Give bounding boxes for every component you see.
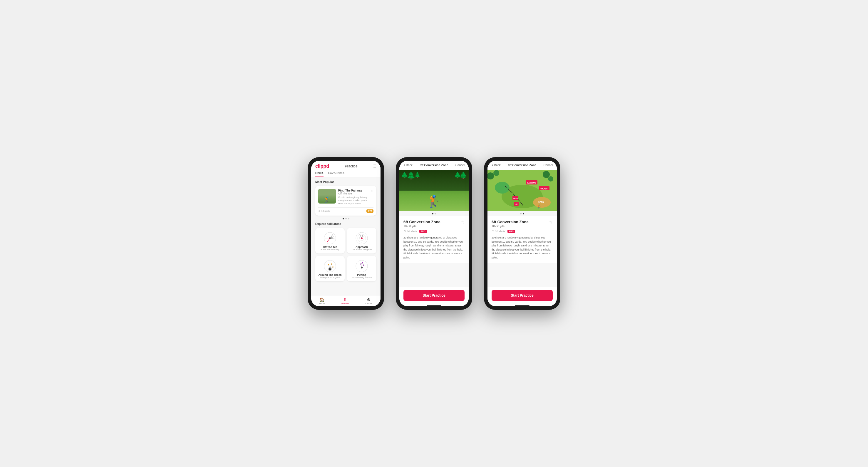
skill-name-putting: Putting [357,273,366,276]
featured-drill-card[interactable]: Find The Fairway Off The Tee ☆ Create an… [315,186,376,215]
nav-capture[interactable]: ⊕ Capture [365,297,373,305]
favorite-star-3[interactable]: ☆ [549,220,553,224]
drill-subtitle: Off The Tee [338,192,362,195]
skill-card-atg[interactable]: Around The Green Hone your short game [315,256,345,281]
phone-2-screen: < Back 6ft Conversion Zone Cancel 🏌️ 🌲 🌲… [399,161,469,306]
nav-home-label: Home [319,302,325,305]
drill-range: 10-50 yds [403,225,440,228]
skill-card-ott[interactable]: Off The Tee Power and accuracy [315,228,345,254]
skill-desc-putting: Make and lag practice [352,276,372,278]
svg-text:ROUGH: ROUGH [540,188,548,190]
dot-2[interactable] [345,218,347,220]
hero-map: FAIRWAY ROUGH Miss Hit SAND 🏌️ [488,170,557,211]
image-dots [399,211,469,216]
approach-icon [354,231,369,245]
favorite-star[interactable]: ☆ [461,220,465,224]
phone-1-header: clippd Practice ☰ Drills Favourites [311,161,380,177]
home-indicator-3 [515,305,529,306]
svg-text:🏌️: 🏌️ [537,204,541,208]
phone-3: < Back 6ft Conversion Zone Cancel [484,157,560,310]
svg-line-10 [360,234,362,238]
phone-3-screen: < Back 6ft Conversion Zone Cancel [488,161,557,306]
phone-1-content: Most Popular Find The Fairway Off The Te… [311,177,380,295]
skill-desc-ott: Power and accuracy [320,248,339,251]
skill-desc-approach: Dial-in to hit the green [352,248,372,251]
tab-favourites[interactable]: Favourites [328,171,345,177]
explore-label: Explore skill areas [315,222,376,226]
drill-shots: ⏱ 20 shots [403,230,417,233]
start-practice-button-3[interactable]: Start Practice [492,290,553,301]
nav-home[interactable]: 🏠 Home [319,297,325,305]
svg-line-28 [361,263,363,264]
bottom-nav: 🏠 Home ⬆ Activities ⊕ Capture [311,295,380,306]
dot-1[interactable] [343,218,344,220]
home-icon: 🏠 [319,297,324,302]
skill-grid: Off The Tee Power and accuracy [315,228,376,281]
img-dot-3-2[interactable] [523,213,524,214]
skill-name-ott: Off The Tee [323,245,337,248]
drill-shots: ⏱ 10 shots [318,210,330,212]
svg-point-36 [543,171,550,178]
phone-3-body: 6ft Conversion Zone 10-50 yds ☆ ⏱ 20 sho… [488,216,557,263]
drill-badge: ARG [419,230,427,233]
page-title: Practice [345,164,357,168]
home-indicator [427,305,441,306]
svg-point-35 [493,170,499,176]
phone-1: clippd Practice ☰ Drills Favourites Most… [308,157,384,310]
nav-capture-label: Capture [365,302,373,305]
favorite-icon[interactable]: ☆ [371,189,373,192]
menu-icon[interactable]: ☰ [373,164,376,168]
image-dots-3 [488,211,557,216]
ott-icon [322,231,337,245]
start-button-container-3: Start Practice [488,287,557,304]
phone-2-header: < Back 6ft Conversion Zone Cancel [399,161,469,170]
drill-title: Find The Fairway [338,189,362,192]
skill-name-approach: Approach [355,245,368,248]
skill-name-atg: Around The Green [318,273,341,276]
dot-3[interactable] [348,218,349,220]
tab-drills[interactable]: Drills [315,171,323,177]
drill-description: 20 shots are randomly generated at dista… [403,236,465,260]
drill-card-text: Find The Fairway Off The Tee ☆ Create an… [338,189,373,205]
drill-thumbnail [318,189,336,204]
drill-name: 6ft Conversion Zone [403,220,440,224]
skill-card-putting[interactable]: Putting Make and lag practice [347,256,376,281]
app-logo: clippd [315,164,329,169]
phone-2-title: 6ft Conversion Zone [420,164,448,167]
phone-2: < Back 6ft Conversion Zone Cancel 🏌️ 🌲 🌲… [396,157,472,310]
map-svg: FAIRWAY ROUGH Miss Hit SAND 🏌️ [488,170,557,211]
phone-2-body: 6ft Conversion Zone 10-50 yds ☆ ⏱ 20 sho… [399,216,469,263]
skill-desc-atg: Hone your short game [320,276,340,278]
atg-icon [322,259,337,273]
svg-text:Hit: Hit [515,203,518,205]
cancel-button-3[interactable]: Cancel [544,164,553,167]
svg-point-22 [356,260,368,272]
svg-point-33 [495,182,509,194]
back-button-3[interactable]: < Back [492,164,501,167]
drill-meta-3: ⏱ 20 shots ARG [492,230,553,233]
most-popular-label: Most Popular [315,180,376,184]
svg-text:FAIRWAY: FAIRWAY [527,182,536,184]
drill-description-3: 20 shots are randomly generated at dista… [492,236,553,260]
phones-container: clippd Practice ☰ Drills Favourites Most… [308,157,560,310]
activities-icon: ⬆ [343,297,347,302]
img-dot-1[interactable] [432,213,433,214]
back-button[interactable]: < Back [403,164,412,167]
drill-description: Create an imaginary fairway using trees … [338,196,373,205]
nav-activities[interactable]: ⬆ Activities [341,297,349,305]
tab-bar: Drills Favourites [315,171,376,177]
drill-shots-3: ⏱ 20 shots [492,230,505,233]
skill-card-approach[interactable]: Approach Dial-in to hit the green [347,228,376,254]
drill-range-3: 10-50 yds [492,225,529,228]
phone-3-title: 6ft Conversion Zone [508,164,536,167]
phone-3-content: FAIRWAY ROUGH Miss Hit SAND 🏌️ [488,170,557,287]
drill-meta: ⏱ 20 shots ARG [403,230,465,233]
drill-badge-3: ARG [507,230,515,233]
start-practice-button[interactable]: Start Practice [403,290,465,301]
svg-line-7 [327,238,330,242]
hero-photo: 🏌️ 🌲 🌲 🌲 🌲 🌲 [399,170,469,211]
img-dot-2[interactable] [435,213,436,214]
cancel-button[interactable]: Cancel [456,164,465,167]
img-dot-3-1[interactable] [520,213,522,214]
drill-badge: OTT [366,209,373,213]
